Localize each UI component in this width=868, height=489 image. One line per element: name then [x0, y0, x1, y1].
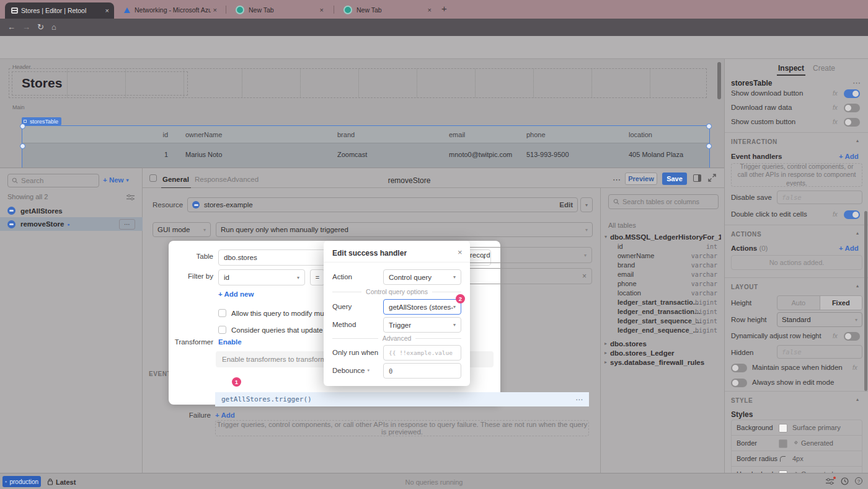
canvas-scrollbar[interactable]	[717, 62, 721, 99]
home-icon[interactable]: ⌂	[51, 22, 56, 32]
fx-icon[interactable]: fx	[833, 104, 838, 111]
modal-close-icon[interactable]: ×	[458, 248, 463, 257]
editor-more-icon[interactable]: ⋯	[613, 175, 621, 184]
show-download-toggle[interactable]	[844, 89, 860, 98]
resize-handle[interactable]	[706, 123, 712, 129]
help-icon[interactable]: ?	[855, 477, 862, 485]
column-header[interactable]: brand	[337, 131, 355, 138]
component-more-icon[interactable]: ⋯	[852, 78, 861, 87]
new-query-button[interactable]: + New▾	[103, 176, 129, 184]
action-select[interactable]: Control query▾	[383, 269, 461, 285]
field-name[interactable]: location	[618, 289, 641, 297]
dynamic-row-height-toggle[interactable]	[844, 332, 860, 341]
resource-select[interactable]: stores-example Edit	[187, 197, 578, 212]
collapse-icon[interactable]: ▴	[856, 397, 859, 402]
field-name[interactable]: phone	[618, 280, 637, 287]
style-row-border-radius[interactable]: Border radius 4px	[732, 451, 862, 467]
only-run-when-input[interactable]: {{ !!example.value }}	[383, 345, 461, 361]
table-component-tag[interactable]: storesTable	[22, 117, 61, 125]
panel-collapse-icon[interactable]	[149, 174, 157, 182]
success-handler-chip[interactable]: getAllStores.trigger() ⋯	[215, 392, 589, 406]
checkbox-multiple-rows[interactable]	[218, 309, 226, 317]
query-list-item[interactable]: getAllStores	[0, 204, 143, 217]
back-icon[interactable]: ←	[7, 22, 16, 32]
failure-add-button[interactable]: + Add	[215, 411, 235, 419]
download-raw-toggle[interactable]	[844, 104, 860, 112]
table-row[interactable]: 1 Marius Noto Zoomcast mnoto0@twitpic.co…	[22, 143, 709, 168]
height-fixed-option[interactable]: Fixed	[820, 296, 862, 310]
resource-edit-button[interactable]: Edit	[559, 201, 573, 209]
forward-icon[interactable]: →	[22, 22, 30, 32]
inspector-scrollbar[interactable]	[864, 211, 867, 391]
hidden-input[interactable]: false	[777, 345, 862, 359]
height-auto-option[interactable]: Auto	[777, 299, 820, 307]
fx-icon[interactable]: fx	[833, 90, 838, 97]
fx-icon[interactable]: fx	[852, 364, 857, 371]
add-action-button[interactable]: + Add	[839, 244, 859, 252]
fx-icon[interactable]: fx	[833, 119, 838, 125]
field-name[interactable]: ledger_start_sequence_...	[618, 317, 701, 325]
method-select[interactable]: Trigger▾	[383, 317, 461, 333]
schema-table-collapsed[interactable]: ▸dbo.stores	[604, 339, 647, 348]
query-more-button[interactable]: ⋯	[119, 219, 135, 230]
column-header[interactable]: email	[449, 131, 465, 138]
environment-chip[interactable]: ● production	[2, 476, 41, 487]
debounce-label[interactable]: Debounce▾	[332, 367, 370, 374]
tab-response[interactable]: Response	[195, 176, 227, 183]
tab-close-icon[interactable]: ×	[105, 7, 109, 14]
row-height-select[interactable]: Standard▾	[777, 312, 862, 327]
field-name[interactable]: ledger_end_sequence_...	[618, 326, 699, 334]
color-swatch[interactable]	[779, 424, 787, 433]
collapse-icon[interactable]: ▴	[856, 230, 859, 236]
filter-operator-select[interactable]: =	[310, 269, 325, 285]
collapse-icon[interactable]: ▴	[856, 138, 859, 143]
tab-close-icon[interactable]: ×	[320, 6, 324, 14]
run-mode-select[interactable]: Run query only when manually triggered▾	[216, 222, 593, 237]
add-filter-button[interactable]: + Add new	[218, 290, 254, 298]
remove-filter-icon[interactable]: ×	[582, 272, 587, 280]
history-icon[interactable]	[841, 477, 849, 485]
color-swatch[interactable]	[779, 439, 787, 448]
field-name[interactable]: email	[618, 271, 634, 278]
collapse-icon[interactable]: ▴	[856, 283, 859, 289]
field-name[interactable]: ownerName	[618, 252, 654, 259]
column-header[interactable]: location	[629, 131, 652, 138]
tab-create[interactable]: Create	[813, 64, 835, 73]
filter-field-select[interactable]: id▾	[218, 269, 305, 285]
field-name[interactable]: brand	[618, 261, 635, 269]
fx-icon[interactable]: fx	[833, 211, 838, 218]
query-list-item-selected[interactable]: removeStore ● ⋯	[0, 217, 143, 231]
resize-handle[interactable]	[20, 143, 25, 149]
query-preview-button[interactable]: Preview	[625, 173, 657, 185]
canvas[interactable]: Header Stores Main storesTable id ownerN…	[0, 59, 724, 168]
header-frame[interactable]: Stores	[9, 68, 707, 98]
tab-advanced[interactable]: Advanced	[227, 176, 259, 183]
tab-close-icon[interactable]: ×	[428, 6, 432, 14]
column-header[interactable]: id	[143, 131, 168, 138]
transformer-enable-link[interactable]: Enable	[218, 338, 242, 346]
side-panel-icon[interactable]	[693, 174, 701, 182]
schema-table-collapsed[interactable]: ▸dbo.stores_Ledger	[604, 348, 675, 357]
resize-handle[interactable]	[20, 123, 25, 129]
show-custom-toggle[interactable]	[844, 118, 860, 127]
filter-icon[interactable]	[126, 194, 135, 200]
debounce-input[interactable]: 0	[383, 363, 461, 379]
maintain-space-toggle[interactable]	[731, 364, 747, 372]
style-row-background[interactable]: Background Surface primary	[732, 420, 862, 436]
query-save-button[interactable]: Save	[662, 173, 687, 185]
new-tab-button[interactable]: +	[441, 3, 447, 14]
browser-tab-active[interactable]: Stores | Editor | Retool ×	[5, 2, 114, 19]
dbl-click-toggle[interactable]	[844, 210, 860, 219]
tab-inspect[interactable]: Inspect	[778, 64, 804, 73]
resource-chevron-button[interactable]: ▾	[580, 197, 593, 212]
column-header[interactable]: phone	[526, 131, 546, 138]
field-name[interactable]: ledger_end_transaction...	[618, 308, 700, 315]
checkbox-zero-records[interactable]	[218, 326, 226, 334]
handler-more-icon[interactable]: ⋯	[575, 395, 583, 404]
gui-mode-select[interactable]: GUI mode▾	[153, 222, 211, 237]
browser-tab[interactable]: New Tab ×	[339, 2, 436, 17]
disable-save-input[interactable]: false	[777, 191, 862, 204]
height-segmented-control[interactable]: Auto Fixed	[777, 295, 862, 310]
style-row-header-background[interactable]: Header backgro... Generated	[732, 467, 862, 473]
fx-icon[interactable]: fx	[833, 333, 838, 339]
